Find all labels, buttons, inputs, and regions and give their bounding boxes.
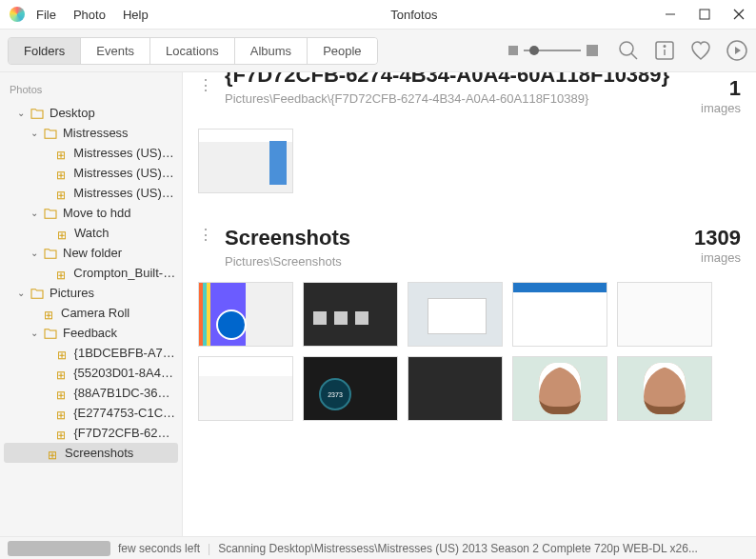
chevron-down-icon: ⌄: [30, 208, 42, 218]
tree-item-feedback[interactable]: ⌄Feedback: [0, 323, 182, 343]
thumbnail[interactable]: [303, 356, 398, 421]
folder-icon: [44, 208, 57, 219]
tree-item-mistressess[interactable]: ⌄Mistressess: [0, 123, 182, 143]
tree-item--88a7b1dc-3693---[interactable]: {88A7B1DC-3693...: [0, 383, 182, 403]
play-icon[interactable]: [726, 39, 748, 62]
tree-item--e2774753-c1c9----[interactable]: {E2774753-C1C9-...: [0, 403, 182, 423]
tree-label: Desktop: [50, 106, 95, 120]
statusbar: few seconds left | Scanning Desktop\Mist…: [0, 536, 756, 559]
chevron-down-icon: ⌄: [30, 248, 42, 258]
app-icon: [10, 7, 25, 22]
section-menu-icon[interactable]: ⋮: [198, 76, 213, 93]
tree-item-desktop[interactable]: ⌄Desktop: [0, 103, 182, 123]
tree-item-camera-roll[interactable]: Camera Roll: [0, 303, 182, 323]
tab-folders[interactable]: Folders: [9, 38, 81, 64]
tree-item-crompton-built-in---[interactable]: Crompton_Built-in...: [0, 263, 182, 283]
small-thumb-icon: [508, 46, 518, 55]
tree-item-pictures[interactable]: ⌄Pictures: [0, 283, 182, 303]
tab-events[interactable]: Events: [81, 38, 150, 64]
info-icon[interactable]: [653, 39, 676, 62]
content-area[interactable]: ⋮{F7D72CFB-6274-4B34-A0A4-60A118F10389}P…: [183, 72, 756, 536]
section-count: 1309: [694, 226, 741, 250]
grid-icon: [44, 308, 55, 319]
grid-icon: [56, 148, 68, 159]
tree-label: Watch: [74, 226, 109, 240]
grid-icon: [56, 168, 68, 179]
tree-label: {F7D72CFB-6274...: [73, 426, 176, 440]
tree-label: Crompton_Built-in...: [73, 266, 176, 280]
folder-section: ⋮ScreenshotsPictures\Screenshots1309imag…: [198, 222, 741, 421]
tree-label: Mistresses (US) 2...: [73, 166, 176, 180]
folder-icon: [44, 128, 57, 139]
tree-item-mistresses--us--2---[interactable]: Mistresses (US) 2...: [0, 143, 182, 163]
tree-label: Mistresses (US) 2...: [73, 146, 176, 160]
folder-section: ⋮{F7D72CFB-6274-4B34-A0A4-60A118F10389}P…: [198, 72, 741, 193]
thumbnail-grid: [198, 129, 741, 193]
thumbnail[interactable]: [408, 282, 503, 347]
thumbnail-size-slider[interactable]: [508, 45, 598, 56]
grid-icon: [56, 368, 68, 379]
large-thumb-icon: [587, 45, 598, 56]
menu-photo[interactable]: Photo: [73, 8, 106, 22]
thumbnail[interactable]: [198, 129, 293, 193]
tab-locations[interactable]: Locations: [150, 38, 235, 64]
tree-item--f7d72cfb-6274---[interactable]: {F7D72CFB-6274...: [0, 423, 182, 443]
tree-label: Move to hdd: [63, 206, 131, 220]
svg-marker-10: [735, 47, 741, 54]
tree-label: {88A7B1DC-3693...: [73, 386, 176, 400]
section-count-label: images: [694, 250, 741, 265]
thumbnail[interactable]: [512, 282, 607, 347]
thumbnail[interactable]: [617, 282, 712, 347]
tree-item-mistresses--us--2---[interactable]: Mistresses (US) 2...: [0, 183, 182, 203]
thumbnail[interactable]: [617, 356, 712, 421]
heart-icon[interactable]: [689, 39, 712, 62]
tree-label: Pictures: [50, 286, 94, 300]
tree-item-new-folder[interactable]: ⌄New folder: [0, 243, 182, 263]
thumbnail[interactable]: [198, 282, 293, 347]
tree-item-screenshots[interactable]: Screenshots: [4, 443, 178, 463]
thumbnail[interactable]: [408, 356, 503, 421]
tree-label: New folder: [63, 246, 122, 260]
thumbnail[interactable]: [303, 282, 398, 347]
tree-item--1bdcebfb-a79---[interactable]: {1BDCEBFB-A79...: [0, 343, 182, 363]
chevron-down-icon: ⌄: [30, 328, 42, 338]
section-path: Pictures\Screenshots: [225, 254, 683, 269]
section-count-label: images: [701, 101, 741, 115]
thumbnail[interactable]: [198, 356, 293, 421]
section-menu-icon[interactable]: ⋮: [198, 226, 213, 243]
minimize-button[interactable]: [663, 7, 678, 22]
svg-line-5: [631, 53, 637, 59]
maximize-button[interactable]: [697, 7, 712, 22]
grid-icon: [57, 348, 69, 359]
close-button[interactable]: [731, 7, 746, 22]
toolbar: Folders Events Locations Albums People: [0, 29, 756, 72]
tree-label: {55203D01-8A4B-...: [73, 366, 176, 380]
view-tabs: Folders Events Locations Albums People: [8, 37, 378, 65]
section-title: {F7D72CFB-6274-4B34-A0A4-60A118F10389}: [225, 72, 689, 88]
tree-label: Feedback: [63, 326, 117, 340]
progress-bar: [8, 541, 110, 556]
menu-file[interactable]: File: [36, 8, 56, 22]
tree-item-mistresses--us--2---[interactable]: Mistresses (US) 2...: [0, 163, 182, 183]
tab-people[interactable]: People: [308, 38, 376, 64]
tree-item-move-to-hdd[interactable]: ⌄Move to hdd: [0, 203, 182, 223]
section-count: 1: [701, 76, 741, 101]
sidebar: Photos ⌄Desktop⌄MistressessMistresses (U…: [0, 72, 183, 536]
sidebar-header: Photos: [0, 80, 182, 103]
status-scanning: Scanning Desktop\Mistressess\Mistresses …: [218, 542, 698, 555]
svg-rect-1: [700, 10, 709, 19]
search-icon[interactable]: [617, 39, 640, 62]
chevron-down-icon: ⌄: [17, 108, 29, 118]
menu-help[interactable]: Help: [123, 8, 149, 22]
folder-icon: [44, 328, 57, 339]
tree-item--55203d01-8a4b----[interactable]: {55203D01-8A4B-...: [0, 363, 182, 383]
tree-label: Mistresses (US) 2...: [73, 186, 176, 200]
thumbnail[interactable]: [512, 356, 607, 421]
tree-label: {1BDCEBFB-A79...: [74, 346, 176, 360]
main-area: Photos ⌄Desktop⌄MistressessMistresses (U…: [0, 72, 756, 536]
grid-icon: [56, 268, 68, 279]
folder-icon: [30, 288, 44, 299]
tab-albums[interactable]: Albums: [235, 38, 308, 64]
tree-item-watch[interactable]: Watch: [0, 223, 182, 243]
chevron-down-icon: ⌄: [30, 128, 42, 138]
